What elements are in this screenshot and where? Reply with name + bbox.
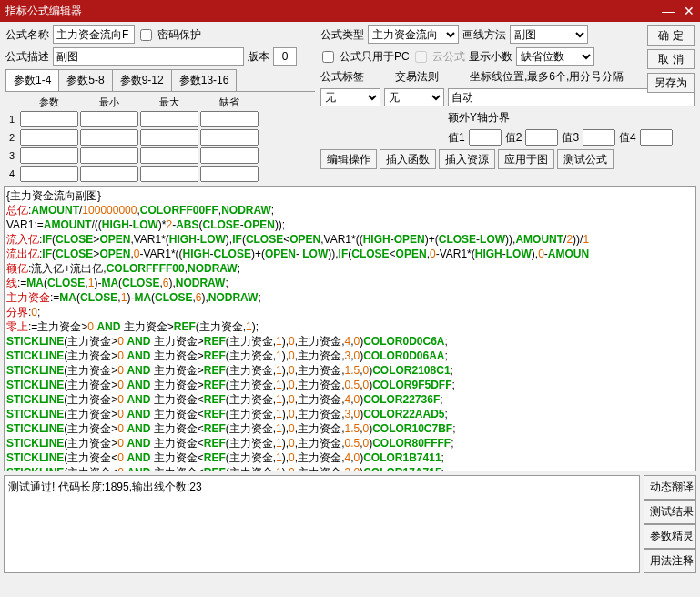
- show-decimal-select[interactable]: 缺省位数: [516, 47, 594, 66]
- y1-input[interactable]: [469, 129, 502, 146]
- p2-def[interactable]: [200, 129, 259, 146]
- cancel-button[interactable]: 取 消: [647, 49, 695, 69]
- p2-max[interactable]: [140, 129, 198, 146]
- formula-name-label: 公式名称: [5, 27, 49, 43]
- insert-func-button[interactable]: 插入函数: [380, 149, 436, 169]
- titlebar: 指标公式编辑器 — ✕: [0, 0, 700, 22]
- show-decimal-label: 显示小数: [469, 49, 512, 65]
- formula-name-input[interactable]: [53, 25, 135, 44]
- formula-tag-select[interactable]: 无: [320, 88, 380, 106]
- p2-min[interactable]: [80, 129, 138, 146]
- y2-input[interactable]: [525, 129, 558, 146]
- insert-res-button[interactable]: 插入资源: [439, 149, 495, 169]
- version-input[interactable]: [273, 47, 297, 66]
- tab-param-5-8[interactable]: 参数5-8: [58, 69, 112, 91]
- cloud-label: 云公式: [432, 49, 465, 65]
- status-bar: 测试通过! 代码长度:1895,输出线个数:23: [4, 475, 640, 573]
- code-editor[interactable]: {主力资金流向副图}总亿:AMOUNT/100000000,COLORFF00F…: [4, 186, 696, 471]
- p1-min[interactable]: [80, 111, 138, 127]
- p3-def[interactable]: [200, 147, 259, 164]
- p1-name[interactable]: [20, 111, 78, 127]
- pwd-protect-label: 密码保护: [157, 27, 201, 43]
- p3-min[interactable]: [80, 147, 138, 164]
- tab-param-9-12[interactable]: 参数9-12: [112, 69, 172, 91]
- formula-tag-label: 公式标签: [320, 69, 364, 85]
- usage-button[interactable]: 用法注释: [644, 549, 696, 573]
- draw-method-label: 画线方法: [462, 27, 506, 43]
- pc-only-checkbox[interactable]: [322, 51, 334, 63]
- p3-name[interactable]: [20, 147, 78, 164]
- ok-button[interactable]: 确 定: [647, 25, 695, 46]
- formula-type-select[interactable]: 主力资金流向: [368, 25, 459, 44]
- test-result-button[interactable]: 测试结果: [644, 500, 696, 524]
- p1-max[interactable]: [140, 111, 198, 127]
- y4-input[interactable]: [640, 129, 673, 146]
- version-label: 版本: [248, 49, 269, 65]
- trade-rule-label: 交易法则: [395, 69, 439, 85]
- param-wizard-button[interactable]: 参数精灵: [644, 524, 696, 549]
- cloud-checkbox: [415, 51, 427, 63]
- p1-def[interactable]: [200, 111, 259, 127]
- p4-min[interactable]: [80, 166, 138, 182]
- p4-def[interactable]: [200, 166, 259, 182]
- formula-desc-label: 公式描述: [5, 49, 49, 65]
- draw-method-select[interactable]: 副图: [510, 25, 588, 44]
- edit-op-button[interactable]: 编辑操作: [320, 149, 377, 169]
- param-grid: 参数最小最大缺省 1 2 3 4: [5, 96, 315, 182]
- dyn-trans-button[interactable]: 动态翻译: [644, 475, 696, 500]
- close-icon[interactable]: ✕: [684, 4, 695, 18]
- extra-y-label: 额外Y轴分界: [448, 110, 510, 126]
- saveas-button[interactable]: 另存为: [647, 73, 695, 93]
- pc-only-label: 公式只用于PC: [340, 49, 410, 65]
- tab-param-13-16[interactable]: 参数13-16: [171, 69, 238, 91]
- p4-max[interactable]: [140, 166, 198, 182]
- p3-max[interactable]: [140, 147, 198, 164]
- formula-desc-input[interactable]: [53, 47, 244, 66]
- test-button[interactable]: 测试公式: [557, 149, 614, 169]
- pwd-protect-checkbox[interactable]: [140, 29, 152, 41]
- tab-param-1-4[interactable]: 参数1-4: [5, 69, 59, 91]
- apply-button[interactable]: 应用于图: [498, 149, 554, 169]
- param-tabs: 参数1-4 参数5-8 参数9-12 参数13-16: [5, 69, 315, 92]
- p2-name[interactable]: [20, 129, 78, 146]
- y3-input[interactable]: [583, 129, 615, 146]
- formula-type-label: 公式类型: [320, 27, 364, 43]
- trade-rule-select[interactable]: 无: [384, 88, 444, 106]
- p4-name[interactable]: [20, 166, 78, 182]
- coord-pos-label: 坐标线位置,最多6个,用分号分隔: [470, 69, 624, 85]
- minimize-icon[interactable]: —: [662, 4, 675, 18]
- window-title: 指标公式编辑器: [5, 4, 82, 19]
